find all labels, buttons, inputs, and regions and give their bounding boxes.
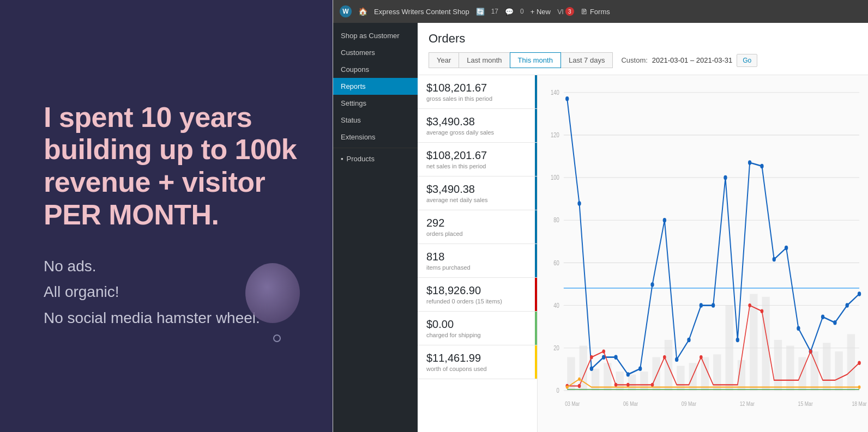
sidebar-item-reports[interactable]: Reports: [333, 78, 418, 95]
sidebar-item-status[interactable]: Status: [333, 112, 418, 129]
notif-area: Ⅵ 3: [557, 7, 574, 16]
stat-net-sales-value: $108,201.67: [426, 149, 528, 162]
main-content: Orders Year Last month This month Last 7…: [418, 23, 868, 432]
svg-rect-28: [701, 357, 709, 391]
svg-point-51: [675, 357, 678, 362]
stat-refunded-value: $18,926.90: [426, 284, 528, 297]
sidebar-divider: [333, 148, 418, 148]
stat-orders-value: 292: [426, 217, 528, 229]
color-bar-7: [535, 312, 537, 345]
forms-icon: 🖹: [581, 8, 588, 16]
color-bar-6: [535, 278, 537, 311]
svg-point-75: [700, 355, 703, 359]
page-title: Orders: [429, 32, 857, 46]
shop-customer-label: Shop as Customer: [341, 32, 400, 40]
color-bar-0: [535, 75, 537, 108]
stats-panel: $108,201.67 gross sales in this period $…: [418, 75, 538, 432]
color-bar-8: [535, 345, 537, 379]
sidebar-item-settings[interactable]: Settings: [333, 95, 418, 112]
color-bar-4: [535, 210, 537, 244]
svg-rect-38: [823, 343, 830, 391]
update-count[interactable]: 17: [491, 8, 498, 15]
decorative-dot: [273, 334, 281, 342]
sidebar: Shop as Customer Customers Coupons Repor…: [333, 23, 418, 432]
svg-text:12 Mar: 12 Mar: [740, 400, 755, 407]
forms-button[interactable]: 🖹 Forms: [581, 8, 610, 16]
svg-point-60: [785, 246, 788, 250]
stat-gross-sales: $108,201.67 gross sales in this period: [418, 75, 537, 109]
svg-point-66: [858, 291, 861, 296]
date-tabs: Year Last month This month Last 7 days C…: [429, 52, 857, 68]
svg-point-61: [797, 326, 800, 331]
svg-rect-39: [835, 351, 842, 391]
svg-text:140: 140: [551, 89, 559, 96]
svg-point-49: [650, 282, 654, 287]
wordpress-icon[interactable]: W: [340, 5, 352, 17]
stat-items-value: 818: [426, 251, 528, 263]
svg-point-48: [638, 367, 642, 371]
svg-text:20: 20: [553, 344, 559, 352]
svg-point-81: [578, 378, 581, 381]
svg-text:06 Mar: 06 Mar: [623, 400, 638, 407]
stat-avg-net-value: $3,490.38: [426, 183, 528, 196]
stat-refunded-label: refunded 0 orders (15 items): [426, 298, 528, 305]
svg-text:09 Mar: 09 Mar: [682, 400, 697, 407]
home-icon[interactable]: 🏠: [358, 7, 367, 16]
tab-last-7-days[interactable]: Last 7 days: [560, 52, 613, 68]
svg-point-44: [590, 367, 593, 371]
stat-avg-gross-value: $3,490.38: [426, 115, 528, 128]
svg-point-70: [602, 349, 605, 353]
stat-avg-net-label: average net daily sales: [426, 197, 528, 203]
color-bar-2: [535, 143, 537, 176]
svg-point-53: [700, 303, 703, 307]
svg-point-68: [578, 384, 581, 388]
svg-text:0: 0: [557, 387, 559, 394]
left-panel: I spent 10 years building up to 100k rev…: [0, 0, 333, 432]
tab-this-month[interactable]: This month: [510, 52, 561, 68]
svg-rect-21: [616, 372, 624, 391]
sidebar-item-customers[interactable]: Customers: [333, 44, 418, 61]
new-button[interactable]: + New: [531, 8, 551, 16]
sidebar-item-shop-as-customer[interactable]: Shop as Customer: [333, 27, 418, 44]
svg-text:80: 80: [553, 216, 559, 224]
tab-last-month[interactable]: Last month: [459, 52, 510, 68]
svg-point-42: [565, 96, 569, 101]
headline: I spent 10 years building up to 100k rev…: [44, 101, 300, 232]
stat-items-label: items purchased: [426, 264, 528, 271]
stat-orders-label: orders placed: [426, 230, 528, 237]
svg-text:18 Mar: 18 Mar: [852, 400, 867, 407]
customers-label: Customers: [341, 48, 375, 57]
svg-point-64: [833, 320, 836, 325]
comment-icon: 💬: [505, 8, 514, 16]
svg-point-59: [773, 257, 776, 261]
svg-rect-34: [774, 340, 782, 391]
svg-rect-36: [798, 357, 806, 391]
svg-point-56: [736, 338, 739, 342]
svg-point-57: [748, 160, 751, 165]
stat-gross-sales-value: $108,201.67: [426, 82, 528, 94]
sidebar-item-extensions[interactable]: Extensions: [333, 129, 418, 145]
sidebar-item-coupons[interactable]: Coupons: [333, 61, 418, 78]
custom-label: Custom:: [621, 56, 647, 64]
svg-point-47: [626, 372, 630, 376]
go-button[interactable]: Go: [737, 54, 757, 67]
stat-orders: 292 orders placed: [418, 210, 537, 244]
bullet-3: No social media hamster wheel.: [44, 309, 260, 326]
svg-point-76: [748, 303, 751, 307]
reports-label: Reports: [341, 82, 366, 90]
svg-point-80: [566, 385, 569, 388]
right-panel: W 🏠 Express Writers Content Shop 🔄 17 💬 …: [333, 0, 868, 432]
color-bar-1: [535, 109, 537, 142]
notif-badge[interactable]: 3: [565, 7, 574, 16]
stat-items: 818 items purchased: [418, 244, 537, 278]
custom-range: Custom: 2021-03-01 – 2021-03-31 Go: [621, 54, 757, 67]
svg-point-78: [809, 349, 812, 353]
svg-text:100: 100: [551, 174, 559, 181]
tab-year[interactable]: Year: [429, 52, 459, 68]
svg-point-46: [614, 355, 617, 359]
products-icon: ▪: [341, 155, 343, 163]
sidebar-item-products[interactable]: ▪ Products: [333, 150, 418, 167]
comment-count[interactable]: 0: [520, 8, 524, 15]
app-layout: Shop as Customer Customers Coupons Repor…: [333, 23, 868, 432]
coupons-label: Coupons: [341, 65, 369, 74]
